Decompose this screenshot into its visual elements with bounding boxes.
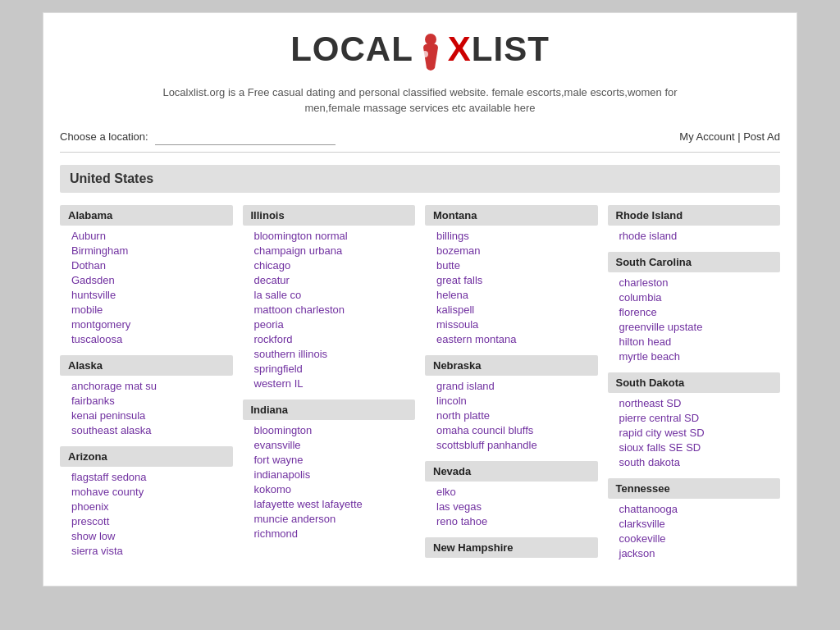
state-header: Rhode Island: [608, 205, 781, 226]
city-link[interactable]: evansville: [254, 439, 301, 451]
city-link[interactable]: hilton head: [619, 336, 672, 348]
city-link[interactable]: south dakota: [619, 456, 680, 468]
column-0: AlabamaAuburnBirminghamDothanGadsdenhunt…: [60, 205, 233, 569]
city-link[interactable]: pierre central SD: [619, 412, 700, 424]
city-link[interactable]: scottsbluff panhandle: [436, 439, 537, 451]
city-link[interactable]: mattoon charleston: [254, 304, 345, 316]
city-link[interactable]: lincoln: [436, 395, 467, 407]
city-link[interactable]: columbia: [619, 291, 662, 304]
city-link[interactable]: springfield: [254, 363, 303, 375]
city-link[interactable]: southern illinois: [254, 348, 328, 360]
city-link[interactable]: reno tahoe: [436, 515, 487, 527]
city-link[interactable]: kalispell: [436, 304, 474, 316]
city-link[interactable]: charleston: [619, 276, 669, 289]
column-2: Montanabillingsbozemanbuttegreat fallshe…: [425, 205, 598, 569]
list-item: scottsbluff panhandle: [436, 438, 598, 451]
city-link[interactable]: peoria: [254, 318, 284, 331]
list-item: muncie anderson: [254, 512, 416, 525]
city-link[interactable]: western IL: [254, 377, 304, 390]
list-item: missoula: [436, 317, 598, 331]
list-item: mobile: [71, 303, 233, 316]
city-link[interactable]: bozeman: [436, 244, 480, 257]
state-block: AlabamaAuburnBirminghamDothanGadsdenhunt…: [60, 205, 233, 345]
city-link[interactable]: la salle co: [254, 289, 302, 301]
city-link[interactable]: anchorage mat su: [71, 380, 157, 392]
city-link[interactable]: muncie anderson: [254, 513, 336, 525]
city-link[interactable]: chattanooga: [619, 503, 678, 515]
city-link[interactable]: myrtle beach: [619, 350, 680, 363]
list-item: western IL: [254, 377, 416, 390]
city-link[interactable]: Gadsden: [71, 274, 115, 286]
city-link[interactable]: mobile: [71, 304, 103, 316]
city-link[interactable]: chicago: [254, 259, 291, 272]
section-header: United States: [60, 165, 780, 193]
state-block: Tennesseechattanoogaclarksvillecookevill…: [608, 478, 781, 559]
list-item: helena: [436, 288, 598, 301]
city-link[interactable]: huntsville: [71, 289, 116, 301]
city-link[interactable]: flagstaff sedona: [71, 471, 147, 483]
city-link[interactable]: tuscaloosa: [71, 333, 122, 345]
list-item: Gadsden: [71, 273, 233, 286]
state-block: Rhode Islandrhode island: [608, 205, 781, 242]
city-link[interactable]: greenville upstate: [619, 321, 703, 333]
city-link[interactable]: billings: [436, 230, 469, 242]
city-link[interactable]: fort wayne: [254, 454, 304, 466]
city-list: grand islandlincolnnorth platteomaha cou…: [425, 379, 598, 451]
list-item: bozeman: [436, 244, 598, 257]
city-link[interactable]: las vegas: [436, 500, 482, 513]
city-link[interactable]: great falls: [436, 274, 482, 286]
city-link[interactable]: kokomo: [254, 483, 292, 495]
city-link[interactable]: indianapolis: [254, 468, 311, 481]
city-link[interactable]: butte: [436, 259, 460, 272]
city-link[interactable]: richmond: [254, 527, 298, 540]
city-link[interactable]: jackson: [619, 547, 655, 559]
city-link[interactable]: cookeville: [619, 532, 666, 545]
city-link[interactable]: southeast alaska: [71, 424, 152, 436]
city-link[interactable]: florence: [619, 306, 657, 318]
city-link[interactable]: north platte: [436, 409, 490, 422]
city-link[interactable]: Birmingham: [71, 244, 128, 257]
city-link[interactable]: Dothan: [71, 259, 106, 272]
city-link[interactable]: omaha council bluffs: [436, 424, 533, 436]
list-item: hilton head: [619, 335, 781, 348]
city-link[interactable]: montgomery: [71, 318, 130, 331]
city-link[interactable]: sierra vista: [71, 545, 123, 557]
city-link[interactable]: decatur: [254, 274, 290, 286]
list-item: richmond: [254, 527, 416, 540]
city-link[interactable]: champaign urbana: [254, 244, 343, 257]
post-ad-link[interactable]: Post Ad: [743, 130, 780, 143]
city-link[interactable]: eastern montana: [436, 333, 517, 345]
cities-grid: AlabamaAuburnBirminghamDothanGadsdenhunt…: [60, 205, 780, 569]
list-item: kokomo: [254, 482, 416, 495]
city-link[interactable]: lafayette west lafayette: [254, 498, 363, 510]
city-link[interactable]: Auburn: [71, 230, 106, 242]
city-link[interactable]: kenai peninsula: [71, 409, 145, 422]
list-item: pierre central SD: [619, 411, 781, 424]
state-header: Alabama: [60, 205, 233, 226]
my-account-link[interactable]: My Account: [679, 130, 734, 143]
list-item: phoenix: [71, 500, 233, 513]
city-link[interactable]: rhode island: [619, 230, 678, 242]
list-item: lincoln: [436, 394, 598, 407]
city-link[interactable]: helena: [436, 289, 468, 301]
city-link[interactable]: show low: [71, 530, 115, 542]
city-link[interactable]: phoenix: [71, 500, 109, 513]
state-header: Nevada: [425, 461, 598, 482]
city-link[interactable]: bloomington: [254, 424, 313, 436]
city-link[interactable]: rapid city west SD: [619, 427, 705, 439]
city-link[interactable]: rockford: [254, 333, 293, 345]
state-block: South Dakotanortheast SDpierre central S…: [608, 372, 781, 468]
city-link[interactable]: missoula: [436, 318, 478, 331]
state-block: Arizonaflagstaff sedonamohave countyphoe…: [60, 446, 233, 557]
city-link[interactable]: sioux falls SE SD: [619, 441, 701, 454]
city-link[interactable]: mohave county: [71, 486, 144, 498]
city-link[interactable]: elko: [436, 486, 456, 498]
city-link[interactable]: grand island: [436, 380, 495, 392]
list-item: florence: [619, 305, 781, 318]
city-link[interactable]: bloomington normal: [254, 230, 348, 242]
location-input[interactable]: [155, 129, 336, 145]
city-link[interactable]: northeast SD: [619, 397, 682, 409]
city-link[interactable]: prescott: [71, 515, 109, 527]
city-link[interactable]: fairbanks: [71, 395, 115, 407]
city-link[interactable]: clarksville: [619, 518, 665, 530]
